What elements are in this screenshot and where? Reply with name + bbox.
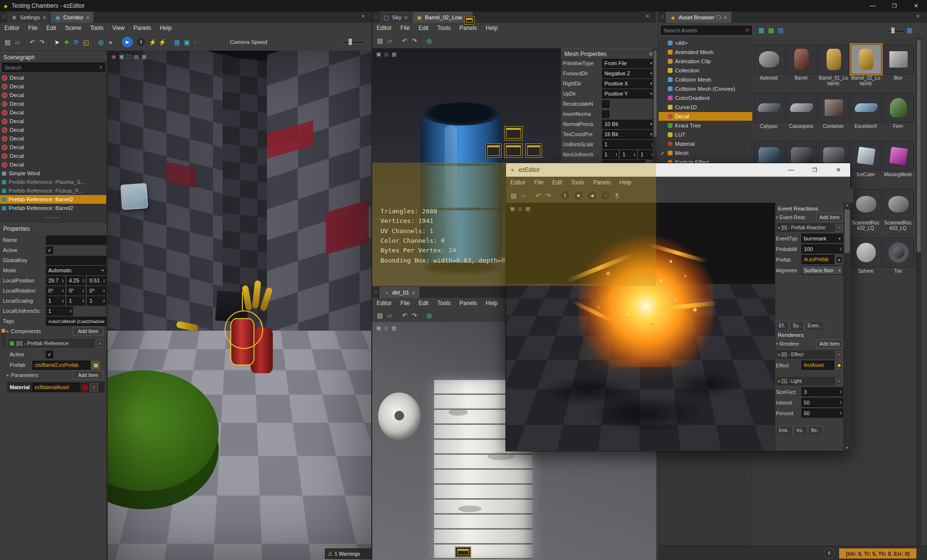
- name-field[interactable]: [46, 236, 106, 245]
- lightning-icon[interactable]: ⚡: [148, 37, 157, 47]
- menu-item[interactable]: Tools: [433, 23, 455, 33]
- asset-item[interactable]: IceCube: [851, 141, 881, 177]
- forwarddir-dropdown[interactable]: Negative Z: [602, 69, 655, 78]
- localrotation-z-stepper[interactable]: 0°: [87, 286, 106, 295]
- menu-item[interactable]: View: [108, 23, 129, 33]
- scenegraph-item[interactable]: Simple Wind: [0, 169, 106, 178]
- collapse-arrow-icon[interactable]: ▾: [778, 379, 780, 384]
- menu-item[interactable]: Edit: [414, 298, 433, 308]
- scroll-down-icon[interactable]: ▼: [844, 446, 850, 450]
- render-mode-icon[interactable]: ▫: [192, 39, 198, 45]
- expand-arrow-icon[interactable]: ▸: [7, 329, 9, 334]
- tab-corridor[interactable]: ▣ Corridor ✕: [51, 12, 94, 23]
- pause-button[interactable]: ‖: [560, 190, 570, 201]
- tab-events[interactable]: Even..: [805, 321, 824, 330]
- scenegraph-item[interactable]: Decal: [0, 117, 106, 126]
- localscaling-y-stepper[interactable]: 1: [67, 296, 86, 306]
- tree-item-checked[interactable]: ✓Mesh: [659, 149, 753, 157]
- camera-speed-slider-thumb[interactable]: [349, 39, 352, 45]
- menu-item[interactable]: Editor: [372, 23, 396, 33]
- recalculatenormals-checkbox[interactable]: [602, 100, 609, 108]
- globalkey-field[interactable]: [46, 256, 106, 265]
- active-checkbox[interactable]: ✓: [46, 247, 53, 254]
- menu-item[interactable]: Tools: [433, 298, 455, 308]
- asset-item[interactable]: ScannedRock02_LQ: [851, 189, 881, 231]
- scenegraph-item[interactable]: Prefab Reference: Barrel2: [0, 204, 106, 212]
- asset-item[interactable]: Barrel: [786, 44, 816, 81]
- browse-prefab-button[interactable]: ▦: [92, 361, 100, 369]
- scenegraph-item[interactable]: Decal: [0, 73, 106, 82]
- open-folder-icon[interactable]: ▱: [385, 310, 394, 320]
- tree-item-selected[interactable]: Decal: [659, 112, 755, 121]
- localrotation-x-stepper[interactable]: 0°: [46, 286, 65, 295]
- filter-icon[interactable]: ▩: [766, 26, 776, 35]
- menu-item[interactable]: File: [396, 23, 414, 33]
- tree-item[interactable]: Curve1D: [659, 103, 753, 112]
- scene-viewport[interactable]: ◉ ▣ ⛶ ▤ ▦ ⚠ 1 Warnings: [108, 51, 371, 560]
- save-icon[interactable]: ▤: [509, 191, 519, 200]
- window-minimize-button[interactable]: —: [862, 0, 884, 12]
- scenegraph-item[interactable]: Decal: [0, 99, 106, 108]
- orbit-icon[interactable]: ◎: [518, 206, 522, 212]
- dock-target-center[interactable]: [504, 143, 523, 158]
- tree-item[interactable]: ColorGradient: [659, 94, 753, 102]
- redo-icon[interactable]: ↷: [409, 310, 419, 320]
- scenegraph-item[interactable]: Prefab Reference: Pickup_P...: [0, 186, 106, 195]
- save-icon[interactable]: ▤: [3, 37, 13, 47]
- select-tool-icon[interactable]: ➤: [52, 37, 62, 47]
- panel-close-icon[interactable]: ✕: [361, 14, 365, 19]
- effect-renderer-header[interactable]: ▾ [0] - Effect ✕: [776, 350, 844, 360]
- prefab-asset-field[interactable]: cts/Barrel2.ezPrefab: [32, 361, 90, 370]
- sizefactor-stepper[interactable]: 3: [801, 387, 843, 396]
- grid-icon[interactable]: ▦: [141, 54, 146, 60]
- scenegraph-item[interactable]: Decal: [0, 160, 106, 169]
- world-icon[interactable]: ◍: [424, 310, 434, 320]
- film-icon[interactable]: ▤: [134, 54, 139, 60]
- nonuniform-x-stepper[interactable]: 1: [602, 150, 618, 159]
- remove-component-button[interactable]: ✕: [96, 339, 104, 348]
- scenegraph-item[interactable]: Decal: [0, 143, 106, 152]
- particle-window-titlebar[interactable]: ✦ ezEditor — ❐ ✕: [506, 163, 850, 177]
- tree-item[interactable]: <All>: [659, 39, 753, 47]
- snap-toggle-icon[interactable]: ▣: [182, 37, 192, 47]
- scenegraph-item[interactable]: Decal: [0, 91, 106, 99]
- menu-item[interactable]: File: [24, 23, 42, 33]
- float-panel-icon[interactable]: ❐: [716, 15, 721, 20]
- undo-icon[interactable]: ↶: [28, 37, 37, 47]
- add-event-reaction-button[interactable]: Add Item: [816, 213, 843, 222]
- warnings-badge[interactable]: ⚠ 1 Warnings: [325, 548, 371, 559]
- redo-icon[interactable]: ↷: [37, 37, 47, 47]
- tab-asset-browser[interactable]: ◆ Asset Browser ❐ ✕: [666, 12, 732, 23]
- scroll-up-icon[interactable]: ▲: [844, 203, 850, 208]
- tab-settings[interactable]: ⚙ Settings ✕: [7, 12, 51, 23]
- move-tool-icon[interactable]: ✛: [62, 37, 71, 47]
- dock-target-center-left[interactable]: [485, 143, 502, 158]
- world-icon[interactable]: ◍: [424, 36, 434, 46]
- prefab-asset-field[interactable]: rk.ezPrefab: [801, 255, 834, 264]
- asset-search-input[interactable]: Search Assets ✕: [661, 26, 752, 35]
- material-asset-field[interactable]: ezMaterialAsset: [32, 383, 80, 392]
- thumbnail-size-slider[interactable]: [886, 30, 904, 32]
- undo-icon[interactable]: ↶: [534, 191, 543, 200]
- stop-button[interactable]: ■: [573, 190, 584, 201]
- undo-icon[interactable]: ↶: [400, 36, 409, 46]
- component-active-checkbox[interactable]: ✓: [46, 351, 53, 358]
- pause-button[interactable]: ‖: [136, 37, 146, 47]
- asset-item[interactable]: Container: [818, 93, 848, 129]
- menu-item[interactable]: Edit: [42, 23, 61, 33]
- menu-item[interactable]: File: [530, 178, 548, 187]
- window-maximize-button[interactable]: ❐: [884, 0, 905, 12]
- tab-dirt01[interactable]: ● dirt_01 ✕: [379, 287, 420, 298]
- menu-item[interactable]: Help: [481, 298, 502, 308]
- open-folder-icon[interactable]: ▱: [13, 37, 22, 47]
- scenegraph-search-input[interactable]: Search ✕: [2, 63, 105, 72]
- localposition-z-stepper[interactable]: 0.51: [87, 276, 106, 285]
- simulation-icon[interactable]: ●: [106, 37, 115, 47]
- collapsed-panel-tab[interactable]: [0, 327, 7, 350]
- open-folder-icon[interactable]: ▱: [385, 36, 394, 46]
- tree-item[interactable]: Collection: [659, 66, 753, 75]
- scenegraph-item[interactable]: Decal: [0, 82, 106, 91]
- window-close-button[interactable]: ✕: [905, 0, 927, 12]
- world-icon[interactable]: ◍: [96, 37, 106, 47]
- browse-prefab-button[interactable]: ▪: [836, 256, 843, 264]
